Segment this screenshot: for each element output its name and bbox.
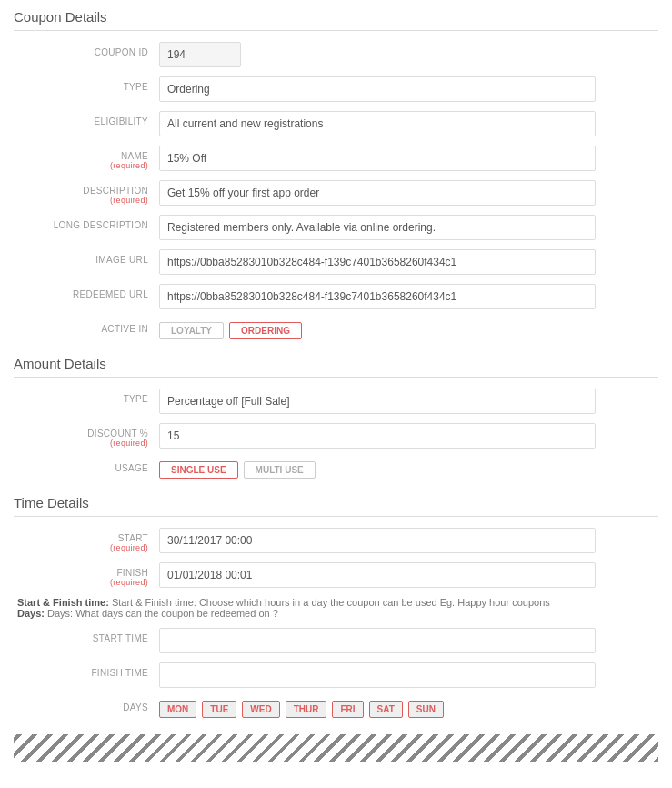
badge-multi-use[interactable]: MULTI USE (244, 461, 316, 479)
badge-day-fri[interactable]: FRI (332, 701, 363, 718)
name-row: NAME (REQUIRED) (14, 146, 658, 171)
time-details-section: Time Details START (REQUIRED) FINISH (RE… (14, 495, 658, 718)
name-label: NAME (REQUIRED) (14, 146, 159, 170)
active-in-row: ACTIVE IN LOYALTY ORDERING (14, 318, 658, 339)
finish-time-label: FINISH TIME (14, 662, 159, 678)
eligibility-row: ELIGIBILITY (14, 111, 658, 136)
description-input[interactable] (159, 180, 596, 206)
usage-badges: SINGLE USE MULTI USE (159, 458, 316, 479)
badge-day-mon[interactable]: MON (159, 701, 196, 718)
badge-day-sat[interactable]: SAT (369, 701, 403, 718)
usage-row: USAGE SINGLE USE MULTI USE (14, 458, 658, 479)
discount-pct-label: DISCOUNT % (REQUIRED) (14, 423, 159, 448)
amount-type-input[interactable] (159, 389, 596, 414)
badge-ordering[interactable]: ORDERING (229, 322, 302, 339)
bottom-pattern (14, 734, 658, 762)
start-time-input[interactable] (159, 628, 596, 653)
redeemed-url-input[interactable] (159, 284, 596, 309)
name-input[interactable] (159, 146, 596, 171)
time-details-title: Time Details (14, 495, 658, 517)
finish-input[interactable] (159, 562, 596, 588)
badge-day-wed[interactable]: WED (242, 701, 279, 718)
description-row: DESCRIPTION (REQUIRED) (14, 180, 658, 206)
image-url-input[interactable] (159, 249, 596, 275)
days-label: DAYS (14, 697, 159, 712)
image-url-row: IMAGE URL (14, 249, 658, 275)
start-label: START (REQUIRED) (14, 528, 159, 552)
coupon-details-section: Coupon Details COUPON ID TYPE ELIGIBILIT… (14, 9, 658, 339)
badge-loyalty[interactable]: LOYALTY (159, 322, 224, 339)
start-time-row: START TIME (14, 628, 658, 653)
active-in-label: ACTIVE IN (14, 318, 159, 334)
badge-day-sun[interactable]: SUN (408, 701, 444, 718)
coupon-id-input[interactable] (159, 42, 241, 67)
usage-label: USAGE (14, 458, 159, 473)
coupon-id-label: COUPON ID (14, 42, 159, 57)
amount-type-label: TYPE (14, 389, 159, 404)
finish-time-row: FINISH TIME (14, 662, 658, 688)
coupon-id-row: COUPON ID (14, 42, 658, 67)
badge-single-use[interactable]: SINGLE USE (159, 461, 238, 479)
active-in-badges: LOYALTY ORDERING (159, 318, 302, 339)
discount-pct-row: DISCOUNT % (REQUIRED) (14, 423, 658, 449)
finish-label: FINISH (REQUIRED) (14, 562, 159, 587)
type-label: TYPE (14, 76, 159, 92)
eligibility-label: ELIGIBILITY (14, 111, 159, 126)
finish-time-input[interactable] (159, 662, 596, 688)
finish-row: FINISH (REQUIRED) (14, 562, 658, 588)
days-badges: MONTUEWEDTHURFRISATSUN (159, 697, 444, 718)
image-url-label: IMAGE URL (14, 249, 159, 265)
page-container: Coupon Details COUPON ID TYPE ELIGIBILIT… (0, 0, 672, 771)
redeemed-url-label: REDEEMED URL (14, 284, 159, 299)
type-input[interactable] (159, 76, 596, 102)
long-description-input[interactable] (159, 215, 596, 240)
discount-pct-input[interactable] (159, 423, 596, 449)
type-row: TYPE (14, 76, 658, 102)
badge-day-thur[interactable]: THUR (286, 701, 327, 718)
amount-type-row: TYPE (14, 389, 658, 414)
badge-day-tue[interactable]: TUE (202, 701, 236, 718)
time-info-text: Start & Finish time: Start & Finish time… (14, 597, 658, 619)
start-row: START (REQUIRED) (14, 528, 658, 553)
long-description-label: LONG DESCRIPTION (14, 215, 159, 230)
amount-details-title: Amount Details (14, 356, 658, 378)
eligibility-input[interactable] (159, 111, 596, 136)
start-input[interactable] (159, 528, 596, 553)
long-description-row: LONG DESCRIPTION (14, 215, 658, 240)
start-time-label: START TIME (14, 628, 159, 643)
redeemed-url-row: REDEEMED URL (14, 284, 658, 309)
days-row: DAYS MONTUEWEDTHURFRISATSUN (14, 697, 658, 718)
coupon-details-title: Coupon Details (14, 9, 658, 31)
amount-details-section: Amount Details TYPE DISCOUNT % (REQUIRED… (14, 356, 658, 479)
description-label: DESCRIPTION (REQUIRED) (14, 180, 159, 205)
